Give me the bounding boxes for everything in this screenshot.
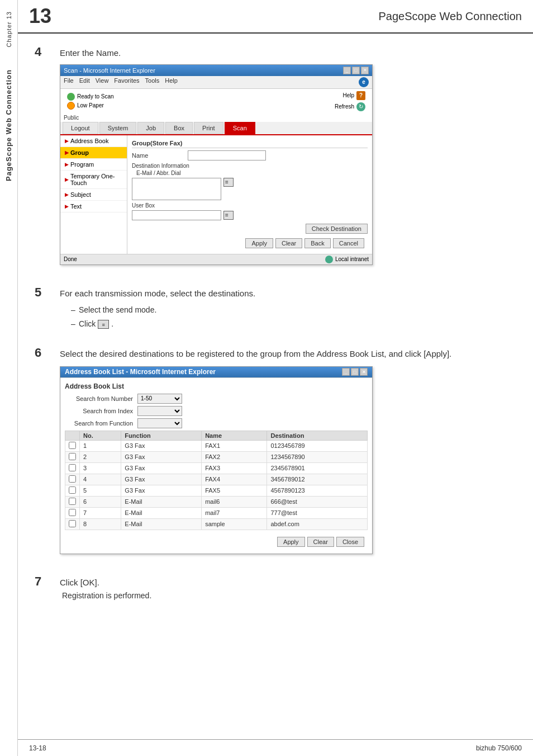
sidebar-addressbook[interactable]: ▶ Address Book: [60, 135, 127, 147]
check-dest-row: Check Destination: [132, 224, 368, 234]
browser-controls[interactable]: _ □ ✕: [343, 67, 369, 74]
row-destination-7: abdef.com: [267, 518, 368, 530]
checkbox-0[interactable]: [69, 442, 76, 449]
row-checkbox-7[interactable]: [65, 518, 80, 530]
row-checkbox-0[interactable]: [65, 440, 80, 451]
userbox-input[interactable]: [132, 210, 221, 220]
tab-logout[interactable]: Logout: [63, 122, 98, 134]
tab-job[interactable]: Job: [137, 122, 164, 134]
search-number-label: Search from Number: [65, 395, 137, 402]
tab-print[interactable]: Print: [194, 122, 223, 134]
addrbook-maximize[interactable]: □: [351, 368, 359, 376]
row-name-6: mail7: [202, 507, 267, 518]
row-destination-1: 1234567890: [267, 451, 368, 462]
row-destination-3: 3456789012: [267, 474, 368, 485]
sidebar-temporary[interactable]: ▶ Temporary One-Touch: [60, 171, 127, 189]
menu-file[interactable]: File: [64, 77, 74, 87]
sidebar-label-subject: Subject: [70, 191, 91, 198]
close-btn[interactable]: ✕: [361, 67, 369, 74]
email-textarea[interactable]: [132, 178, 221, 200]
row-function-3: G3 Fax: [121, 474, 202, 485]
name-row: Name: [132, 150, 368, 160]
maximize-btn[interactable]: □: [352, 67, 360, 74]
table-row: 6 E-Mail mail6 666@test: [65, 496, 368, 507]
step-7-number: 7: [35, 574, 60, 589]
addrbook-minimize[interactable]: _: [342, 368, 350, 376]
row-function-1: G3 Fax: [121, 451, 202, 462]
checkbox-2[interactable]: [69, 464, 76, 471]
checkbox-7[interactable]: [69, 520, 76, 527]
check-destination-button[interactable]: Check Destination: [306, 224, 368, 234]
sidebar-subject[interactable]: ▶ Subject: [60, 189, 127, 201]
checkbox-6[interactable]: [69, 509, 76, 516]
sidebar-text[interactable]: ▶ Text: [60, 201, 127, 212]
row-checkbox-1[interactable]: [65, 451, 80, 462]
search-function-select[interactable]: [137, 418, 182, 428]
row-function-7: E-Mail: [121, 518, 202, 530]
tab-box[interactable]: Box: [165, 122, 193, 134]
checkbox-4[interactable]: [69, 486, 76, 494]
menu-favorites[interactable]: Favorites: [114, 77, 139, 87]
checkbox-5[interactable]: [69, 498, 76, 505]
row-destination-2: 2345678901: [267, 462, 368, 474]
addrbook-apply-button[interactable]: Apply: [277, 537, 305, 547]
arrow-text: ▶: [65, 204, 69, 209]
sidebar-group[interactable]: ▶ Group: [60, 147, 127, 159]
row-no-2: 3: [80, 462, 121, 474]
col-destination: Destination: [267, 431, 368, 440]
row-checkbox-4[interactable]: [65, 485, 80, 496]
tab-system[interactable]: System: [99, 122, 137, 134]
refresh-icon[interactable]: ↻: [356, 102, 365, 111]
menu-tools[interactable]: Tools: [145, 77, 160, 87]
row-checkbox-3[interactable]: [65, 474, 80, 485]
minimize-btn[interactable]: _: [343, 67, 351, 74]
apply-button[interactable]: Apply: [245, 238, 273, 248]
group-header: Group(Store Fax): [132, 139, 368, 148]
addrbook-clear-button[interactable]: Clear: [307, 537, 334, 547]
sidebar-program[interactable]: ▶ Program: [60, 159, 127, 171]
public-label: Public: [60, 114, 372, 122]
email-label: E-Mail / Abbr. Dial: [132, 170, 368, 176]
email-input-row: [132, 178, 368, 200]
checkbox-1[interactable]: [69, 453, 76, 460]
row-checkbox-5[interactable]: [65, 496, 80, 507]
arrow-program: ▶: [65, 162, 69, 167]
back-button[interactable]: Back: [304, 238, 330, 248]
menu-view[interactable]: View: [96, 77, 109, 87]
footer-page-number: 13-18: [29, 744, 46, 752]
menu-help[interactable]: Help: [165, 77, 178, 87]
list-icon-inline[interactable]: ≡: [98, 320, 109, 329]
addrbook-close-button[interactable]: Close: [336, 537, 364, 547]
header-title: PageScope Web Connection: [379, 10, 522, 23]
step-4-content: Enter the Name. Scan - Microsoft Interne…: [60, 45, 516, 276]
search-index-select[interactable]: [137, 406, 182, 416]
help-icon[interactable]: ?: [356, 91, 365, 100]
row-destination-4: 4567890123: [267, 485, 368, 496]
checkbox-3[interactable]: [69, 475, 76, 483]
nav-tabs: Logout System Job Box Print Scan: [60, 122, 372, 135]
userbox-list-icon[interactable]: [223, 211, 234, 220]
left-sidebar: Chapter 13 PageScope Web Connection: [0, 0, 18, 756]
row-checkbox-2[interactable]: [65, 462, 80, 474]
tab-scan[interactable]: Scan: [225, 122, 255, 134]
scan-browser-window: Scan - Microsoft Internet Explorer _ □ ✕…: [60, 64, 373, 265]
table-row: 8 E-Mail sample abdef.com: [65, 518, 368, 530]
menu-edit[interactable]: Edit: [79, 77, 90, 87]
row-name-1: FAX2: [202, 451, 267, 462]
search-number-select[interactable]: 1-50 51-100: [137, 394, 182, 404]
addrbook-controls[interactable]: _ □ ✕: [342, 368, 368, 376]
name-input[interactable]: [188, 150, 266, 160]
addrbook-close-btn[interactable]: ✕: [360, 368, 368, 376]
clear-button[interactable]: Clear: [275, 238, 302, 248]
cancel-button[interactable]: Cancel: [333, 238, 364, 248]
page-header: 13 PageScope Web Connection: [18, 0, 533, 34]
sidebar-title: PageScope Web Connection: [4, 69, 13, 181]
table-row: 3 G3 Fax FAX3 2345678901: [65, 462, 368, 474]
row-destination-6: 777@test: [267, 507, 368, 518]
row-checkbox-6[interactable]: [65, 507, 80, 518]
ready-status: Ready to Scan: [77, 93, 114, 100]
step-6: 6 Select the desired destinations to be …: [35, 346, 516, 565]
ie-icon: e: [359, 77, 369, 87]
email-list-icon[interactable]: [223, 178, 234, 187]
table-row: 1 G3 Fax FAX1 0123456789: [65, 440, 368, 451]
